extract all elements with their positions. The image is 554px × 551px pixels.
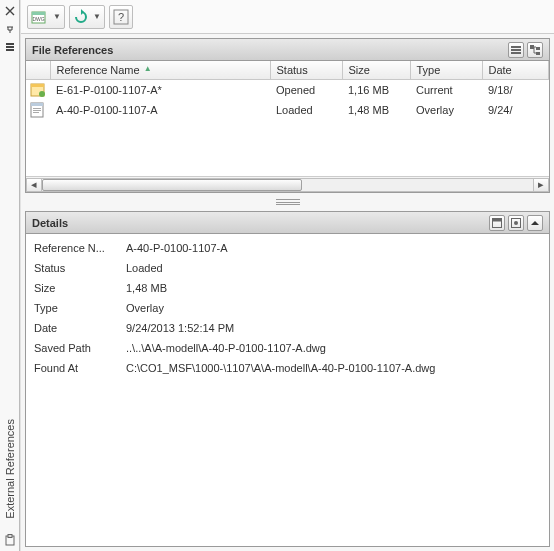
cell-reference-name: A-40-P-0100-1107-A: [50, 100, 270, 120]
details-key: Reference N...: [34, 242, 126, 254]
svg-rect-20: [31, 103, 43, 106]
details-row: Date9/24/2013 1:52:14 PM: [26, 318, 549, 338]
details-row: TypeOverlay: [26, 298, 549, 318]
splitter[interactable]: [21, 197, 554, 207]
table-row[interactable]: E-61-P-0100-1107-A*Opened1,16 MBCurrent9…: [26, 80, 549, 101]
scroll-track[interactable]: [42, 178, 533, 192]
file-references-header: File References: [26, 39, 549, 61]
svg-point-18: [39, 91, 45, 97]
svg-rect-11: [511, 49, 521, 51]
details-value: 9/24/2013 1:52:14 PM: [126, 322, 541, 334]
details-key: Saved Path: [34, 342, 126, 354]
column-reference-name[interactable]: Reference Name▲: [50, 61, 270, 80]
column-type[interactable]: Type: [410, 61, 482, 80]
external-references-panel: DWG ▼ ▼ ? File References: [20, 0, 554, 551]
file-references-section: File References Reference Name▲ Status: [25, 38, 550, 193]
details-title: Details: [32, 217, 68, 229]
cell-size: 1,48 MB: [342, 100, 410, 120]
scroll-left-icon[interactable]: ◂: [26, 178, 42, 192]
svg-rect-0: [6, 43, 14, 45]
svg-rect-1: [6, 46, 14, 48]
svg-rect-15: [536, 52, 540, 55]
file-references-table: Reference Name▲ Status Size Type Date E-…: [26, 61, 549, 176]
column-size[interactable]: Size: [342, 61, 410, 80]
scroll-right-icon[interactable]: ▸: [533, 178, 549, 192]
details-key: Status: [34, 262, 126, 274]
details-key: Date: [34, 322, 126, 334]
dock-rail: External References: [0, 0, 20, 551]
svg-text:DWG: DWG: [32, 16, 44, 22]
svg-rect-21: [33, 108, 41, 109]
svg-rect-6: [32, 12, 45, 15]
details-section: Details Reference N...A-40-P-0100-1107-A…: [25, 211, 550, 547]
attach-button[interactable]: DWG ▼: [27, 5, 65, 29]
svg-rect-2: [6, 49, 14, 51]
details-value: C:\CO1_MSF\1000-\1107\A\A-modell\A-40-P-…: [126, 362, 541, 374]
details-value: Loaded: [126, 262, 541, 274]
scroll-thumb[interactable]: [42, 179, 302, 191]
close-icon[interactable]: [3, 4, 17, 18]
details-value: ..\..\A\A-modell\A-40-P-0100-1107-A.dwg: [126, 342, 541, 354]
row-icon: [26, 80, 50, 101]
details-value: A-40-P-0100-1107-A: [126, 242, 541, 254]
cell-date: 9/24/: [482, 100, 549, 120]
details-value: 1,48 MB: [126, 282, 541, 294]
cell-size: 1,16 MB: [342, 80, 410, 101]
svg-rect-4: [8, 535, 12, 538]
details-row: Saved Path..\..\A\A-modell\A-40-P-0100-1…: [26, 338, 549, 358]
menu-icon[interactable]: [3, 40, 17, 54]
cell-status: Opened: [270, 80, 342, 101]
chevron-down-icon: ▼: [93, 12, 101, 21]
details-value: Overlay: [126, 302, 541, 314]
details-key: Size: [34, 282, 126, 294]
cell-type: Current: [410, 80, 482, 101]
svg-rect-13: [530, 45, 534, 49]
cell-type: Overlay: [410, 100, 482, 120]
cell-reference-name: E-61-P-0100-1107-A*: [50, 80, 270, 101]
svg-rect-10: [511, 46, 521, 48]
help-button[interactable]: ?: [109, 5, 133, 29]
svg-text:?: ?: [118, 11, 124, 23]
details-row: Found AtC:\CO1_MSF\1000-\1107\A\A-modell…: [26, 358, 549, 378]
cell-status: Loaded: [270, 100, 342, 120]
details-row: Reference N...A-40-P-0100-1107-A: [26, 238, 549, 258]
svg-rect-23: [33, 112, 39, 113]
row-icon: [26, 100, 50, 120]
svg-rect-25: [493, 218, 502, 221]
list-view-button[interactable]: [508, 42, 524, 58]
column-date[interactable]: Date: [482, 61, 549, 80]
tree-view-button[interactable]: [527, 42, 543, 58]
refresh-button[interactable]: ▼: [69, 5, 105, 29]
column-header-row: Reference Name▲ Status Size Type Date: [26, 61, 549, 80]
details-view-button[interactable]: [489, 215, 505, 231]
clipboard-icon[interactable]: [3, 533, 17, 547]
horizontal-scrollbar[interactable]: ◂ ▸: [26, 176, 549, 192]
palette-title: External References: [4, 419, 16, 519]
preview-view-button[interactable]: [508, 215, 524, 231]
pin-icon[interactable]: [3, 22, 17, 36]
table-row[interactable]: A-40-P-0100-1107-ALoaded1,48 MBOverlay9/…: [26, 100, 549, 120]
cell-date: 9/18/: [482, 80, 549, 101]
svg-rect-12: [511, 52, 521, 54]
details-body: Reference N...A-40-P-0100-1107-AStatusLo…: [26, 234, 549, 546]
details-row: StatusLoaded: [26, 258, 549, 278]
collapse-button[interactable]: [527, 215, 543, 231]
toolbar: DWG ▼ ▼ ?: [21, 0, 554, 34]
svg-rect-22: [33, 110, 41, 111]
column-icon[interactable]: [26, 61, 50, 80]
svg-point-27: [514, 221, 518, 225]
column-status[interactable]: Status: [270, 61, 342, 80]
svg-rect-17: [31, 84, 44, 87]
chevron-down-icon: ▼: [53, 12, 61, 21]
file-references-title: File References: [32, 44, 113, 56]
svg-rect-14: [536, 47, 540, 50]
details-header: Details: [26, 212, 549, 234]
sort-ascending-icon: ▲: [144, 64, 152, 73]
details-key: Found At: [34, 362, 126, 374]
details-row: Size1,48 MB: [26, 278, 549, 298]
details-key: Type: [34, 302, 126, 314]
